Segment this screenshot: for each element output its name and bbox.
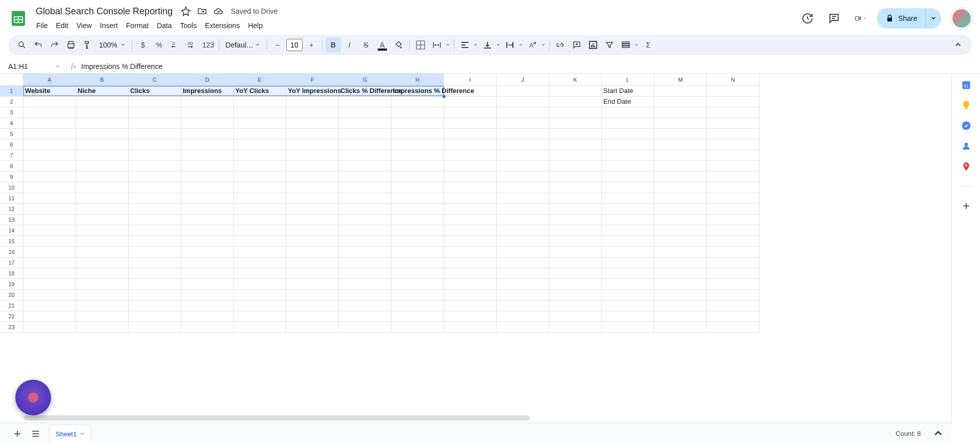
cell-F11[interactable] xyxy=(286,193,339,204)
filter-button[interactable] xyxy=(602,37,617,53)
cell-A18[interactable] xyxy=(23,268,76,279)
cell-N22[interactable] xyxy=(707,311,760,322)
cell-D1[interactable]: Impressions xyxy=(181,86,234,97)
row-header-15[interactable]: 15 xyxy=(0,236,23,247)
cell-G15[interactable] xyxy=(339,236,391,247)
maps-icon[interactable] xyxy=(961,161,971,172)
cell-F12[interactable] xyxy=(286,204,339,215)
star-icon[interactable] xyxy=(180,5,192,17)
col-header-K[interactable]: K xyxy=(549,74,602,86)
cell-M20[interactable] xyxy=(654,290,707,300)
cell-I5[interactable] xyxy=(444,129,497,139)
col-header-N[interactable]: N xyxy=(707,74,760,86)
fill-color-button[interactable] xyxy=(391,37,406,53)
cell-D16[interactable] xyxy=(181,247,234,258)
cell-F21[interactable] xyxy=(286,300,339,311)
cell-L16[interactable] xyxy=(602,247,654,258)
cell-E8[interactable] xyxy=(234,161,286,172)
cell-H13[interactable] xyxy=(391,215,444,225)
row-header-11[interactable]: 11 xyxy=(0,193,23,204)
cell-E17[interactable] xyxy=(234,258,286,268)
cell-N16[interactable] xyxy=(707,247,760,258)
horizontal-scrollbar[interactable] xyxy=(23,415,944,422)
cell-C11[interactable] xyxy=(129,193,181,204)
sheets-logo[interactable] xyxy=(8,8,29,29)
cell-B14[interactable] xyxy=(76,225,129,236)
cell-F22[interactable] xyxy=(286,311,339,322)
cell-D6[interactable] xyxy=(181,139,234,150)
col-header-C[interactable]: C xyxy=(129,74,181,86)
cell-A4[interactable] xyxy=(23,118,76,129)
col-header-L[interactable]: L xyxy=(602,74,654,86)
row-header-18[interactable]: 18 xyxy=(0,268,23,279)
cell-G1[interactable]: Clicks % Difference xyxy=(339,86,391,97)
cell-G21[interactable] xyxy=(339,300,391,311)
cell-M22[interactable] xyxy=(654,311,707,322)
cell-K20[interactable] xyxy=(549,290,602,300)
decrease-fontsize-button[interactable]: − xyxy=(270,37,285,53)
document-title[interactable]: Global Search Console Reporting xyxy=(33,5,176,18)
cell-M18[interactable] xyxy=(654,268,707,279)
cell-N1[interactable] xyxy=(707,86,760,97)
cell-N9[interactable] xyxy=(707,172,760,182)
cell-I6[interactable] xyxy=(444,139,497,150)
cell-L23[interactable] xyxy=(602,322,654,333)
keep-icon[interactable] xyxy=(961,100,971,110)
cell-B12[interactable] xyxy=(76,204,129,215)
cell-N17[interactable] xyxy=(707,258,760,268)
cell-G5[interactable] xyxy=(339,129,391,139)
cell-D8[interactable] xyxy=(181,161,234,172)
cell-F6[interactable] xyxy=(286,139,339,150)
cell-L13[interactable] xyxy=(602,215,654,225)
cell-H4[interactable] xyxy=(391,118,444,129)
cell-D11[interactable] xyxy=(181,193,234,204)
cell-G20[interactable] xyxy=(339,290,391,300)
cell-B4[interactable] xyxy=(76,118,129,129)
cell-G12[interactable] xyxy=(339,204,391,215)
cell-G3[interactable] xyxy=(339,107,391,118)
cell-E20[interactable] xyxy=(234,290,286,300)
strikethrough-button[interactable]: S xyxy=(358,37,374,53)
cell-N20[interactable] xyxy=(707,290,760,300)
cell-J16[interactable] xyxy=(497,247,549,258)
cell-D5[interactable] xyxy=(181,129,234,139)
cell-A19[interactable] xyxy=(23,279,76,290)
cell-A15[interactable] xyxy=(23,236,76,247)
cell-D23[interactable] xyxy=(181,322,234,333)
row-header-13[interactable]: 13 xyxy=(0,215,23,225)
wrap-button[interactable] xyxy=(502,37,518,53)
valign-button[interactable] xyxy=(480,37,495,53)
cell-C12[interactable] xyxy=(129,204,181,215)
cell-H10[interactable] xyxy=(391,182,444,193)
cell-L9[interactable] xyxy=(602,172,654,182)
cell-B9[interactable] xyxy=(76,172,129,182)
cell-J14[interactable] xyxy=(497,225,549,236)
cell-K9[interactable] xyxy=(549,172,602,182)
cell-E21[interactable] xyxy=(234,300,286,311)
percent-button[interactable]: % xyxy=(152,37,167,53)
cell-I22[interactable] xyxy=(444,311,497,322)
explore-button[interactable] xyxy=(929,425,947,443)
cell-K7[interactable] xyxy=(549,150,602,161)
cell-D22[interactable] xyxy=(181,311,234,322)
col-header-G[interactable]: G xyxy=(339,74,391,86)
cell-I20[interactable] xyxy=(444,290,497,300)
cell-K14[interactable] xyxy=(549,225,602,236)
cell-B22[interactable] xyxy=(76,311,129,322)
cell-C10[interactable] xyxy=(129,182,181,193)
cell-C20[interactable] xyxy=(129,290,181,300)
cell-A3[interactable] xyxy=(23,107,76,118)
cell-I12[interactable] xyxy=(444,204,497,215)
cell-I10[interactable] xyxy=(444,182,497,193)
cell-L12[interactable] xyxy=(602,204,654,215)
search-menus-button[interactable] xyxy=(14,37,30,53)
cell-K13[interactable] xyxy=(549,215,602,225)
cell-A12[interactable] xyxy=(23,204,76,215)
cell-G19[interactable] xyxy=(339,279,391,290)
cell-L8[interactable] xyxy=(602,161,654,172)
cell-J7[interactable] xyxy=(497,150,549,161)
cell-M16[interactable] xyxy=(654,247,707,258)
cell-L22[interactable] xyxy=(602,311,654,322)
cell-K16[interactable] xyxy=(549,247,602,258)
cell-I4[interactable] xyxy=(444,118,497,129)
